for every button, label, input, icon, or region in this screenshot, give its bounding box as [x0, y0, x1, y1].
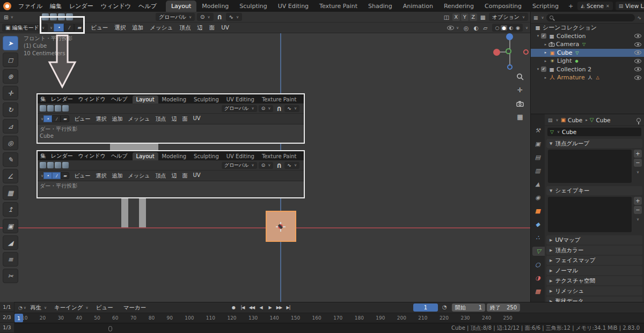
scene-tab[interactable]: ▲ [531, 180, 545, 189]
knife-tool[interactable]: ✂ [3, 269, 18, 283]
snap-grid-icon[interactable]: ▦ [479, 14, 487, 20]
shape-key-specials-icon[interactable]: ∨ [636, 217, 639, 221]
edit-menu-clipped[interactable]: 集 [38, 95, 48, 103]
extrude-region-tool[interactable]: ↥ [3, 202, 18, 217]
visibility-eye-icon[interactable] [634, 59, 641, 63]
snap-magnet-icon[interactable]: U [216, 13, 224, 21]
outliner-row-collection-2[interactable]: ▾ ✓ ▦ Collection 2 [531, 65, 644, 74]
proportional-falloff-dropdown[interactable]: ∿∨ [284, 105, 299, 112]
edit-menu-clipped[interactable]: 集 [38, 152, 48, 160]
header-thumbnail-icon-1[interactable] [40, 162, 46, 168]
face-maps-panel[interactable]: ▶ フェイスマップ [546, 256, 642, 265]
view-layer-selector[interactable]: ▤ View Layer ✕ [616, 2, 644, 10]
gizmo-negative-z-dot[interactable] [507, 64, 513, 70]
editor-type-clock-icon[interactable]: ◔ [18, 305, 23, 310]
add-vertex-group-button[interactable]: + [634, 150, 642, 158]
transform-tool[interactable]: ◎ [3, 136, 18, 150]
pin-icon[interactable] [636, 118, 641, 122]
window-menu[interactable]: ウィンドウ [76, 95, 108, 103]
tab-layout[interactable]: Layout [166, 1, 196, 12]
add-menu[interactable]: 追加 [109, 172, 126, 180]
marker-menu[interactable]: マーカー [120, 304, 153, 312]
header-thumbnail-icon-4[interactable] [62, 162, 69, 168]
tab-uv-editing[interactable]: UV Editing [223, 152, 258, 160]
play-button[interactable]: ▶ [266, 304, 274, 312]
world-tab[interactable]: ◉ [531, 193, 545, 202]
playback-menu[interactable]: 再生∨ [26, 304, 50, 312]
vertex-select-mode-button[interactable]: • [43, 115, 52, 122]
toggle-ortho-grid-icon[interactable]: ▦ [515, 112, 525, 122]
proportional-falloff-dropdown[interactable]: ∿ ∨ [226, 13, 243, 21]
editor-type-icon[interactable]: ▤ [548, 117, 553, 123]
face-menu[interactable]: 面 [206, 24, 218, 32]
select-menu[interactable]: 選択 [93, 115, 109, 123]
add-menu[interactable]: 追加 [129, 24, 147, 32]
xray-toggle-icon[interactable]: ▱ [481, 25, 489, 31]
visibility-eye-icon[interactable] [634, 50, 641, 55]
editor-type-icon[interactable]: ▦ [533, 15, 538, 20]
object-data-tab[interactable]: ▽ [532, 247, 545, 256]
edge-select-mode-button[interactable]: ∕ [52, 115, 61, 122]
output-tab[interactable]: ▤ [531, 153, 545, 162]
edit-menu[interactable]: 編集 [46, 2, 65, 10]
object-tab[interactable]: ■ [531, 206, 545, 216]
view-layer-tab[interactable]: ▥ [531, 166, 545, 175]
jump-to-end-button[interactable]: ▶| [284, 304, 292, 312]
expand-arrow-icon[interactable]: ▸ [543, 42, 548, 47]
record-button[interactable]: ● [229, 304, 238, 312]
outliner-row-light[interactable]: ▸ ☀ Light ● [531, 57, 644, 65]
tab-scripting[interactable]: Scripting [527, 1, 564, 12]
window-menu[interactable]: ウィンドウ [76, 152, 108, 160]
mirror-icon[interactable]: ◫ [442, 14, 451, 20]
orientation-dropdown[interactable]: グローバル∨ [222, 162, 257, 169]
frame-start-field[interactable]: 開始 1 [452, 304, 485, 312]
material-shading-icon[interactable]: ◐ [508, 25, 514, 31]
orientation-dropdown[interactable]: グローバル ∨ [156, 13, 195, 21]
tool-tab[interactable]: ⚒ [531, 126, 545, 135]
mesh-menu[interactable]: メッシュ [147, 24, 176, 32]
render-menu[interactable]: レンダー [48, 152, 76, 160]
outliner-row-scene-collection[interactable]: ▩ シーンコレクション [531, 24, 644, 32]
snap-target-dropdown[interactable]: ⊙∨ [259, 105, 274, 112]
tab-uv-editing[interactable]: UV Editing [223, 95, 258, 103]
gizmo-negative-x-dot[interactable] [523, 49, 529, 55]
show-overlays-eye-icon[interactable]: ∨ [445, 26, 460, 30]
vertex-menu[interactable]: 頂点 [153, 172, 169, 180]
camera-view-icon[interactable] [515, 99, 525, 108]
expand-arrow-icon[interactable]: ▾ [535, 34, 541, 38]
options-dropdown[interactable]: オプション ∨ [489, 13, 528, 21]
gizmo-y-axis-dot[interactable] [506, 48, 511, 54]
vertex-colors-panel[interactable]: ▶ 頂点カラー [546, 246, 642, 255]
zoom-icon[interactable] [515, 72, 525, 82]
visibility-eye-icon[interactable] [634, 67, 641, 71]
header-thumbnail-icon-3[interactable] [55, 105, 61, 112]
collection-checkbox[interactable]: ✓ [541, 66, 546, 72]
vertex-menu[interactable]: 頂点 [153, 115, 169, 123]
render-menu[interactable]: レンダー [48, 95, 76, 103]
inset-faces-tool[interactable]: ▣ [3, 219, 18, 233]
scene-selector[interactable]: ◭ Scene ✕ [577, 2, 613, 10]
gizmo-x-axis-dot[interactable] [493, 49, 500, 56]
render-menu[interactable]: レンダー [65, 2, 97, 10]
gizmos-icon[interactable]: ◎ [462, 25, 470, 31]
window-menu[interactable]: ウィンドウ [97, 2, 135, 10]
select-box-tool[interactable]: ◻ [3, 53, 18, 67]
render-tab[interactable]: ▣ [531, 139, 545, 149]
navigation-gizmo[interactable] [492, 33, 530, 73]
tab-rendering[interactable]: Rendering [438, 1, 479, 12]
current-frame-field[interactable]: 1 [413, 304, 438, 312]
remove-vertex-group-button[interactable]: − [634, 159, 642, 167]
vertex-select-mode-button[interactable]: • [43, 172, 52, 179]
header-thumbnail-icon-3[interactable] [55, 162, 61, 168]
snap-target-dropdown[interactable]: ⊙∨ [259, 162, 274, 169]
play-reverse-button[interactable]: ◀ [257, 304, 265, 312]
filter-icon[interactable]: ∿ [637, 15, 641, 20]
expand-arrow-icon[interactable]: ▾ [535, 67, 541, 71]
tab-layout[interactable]: Layout [133, 152, 158, 160]
scale-tool[interactable]: ⊿ [3, 119, 18, 134]
tab-texture-paint[interactable]: Texture Paint [314, 1, 363, 12]
add-menu[interactable]: 追加 [109, 115, 126, 123]
gizmo-z-axis-dot[interactable] [506, 33, 513, 40]
wireframe-shading-icon[interactable]: ○ [494, 25, 500, 31]
help-menu[interactable]: ヘルプ [108, 95, 130, 103]
